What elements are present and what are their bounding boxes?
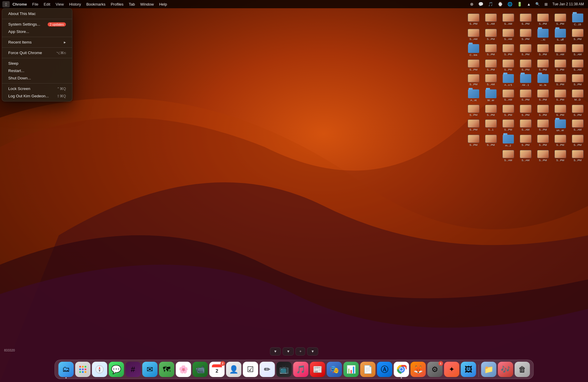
desktop-icon-24[interactable]: S...PM xyxy=(517,59,534,72)
desktop-icon-29[interactable]: S...PM xyxy=(552,73,568,87)
desktop-icon-58[interactable]: S...PM xyxy=(535,134,551,148)
shelf-left-btn[interactable]: ▼ xyxy=(272,349,278,354)
desktop-icon-0[interactable]: C...15 xyxy=(569,13,586,27)
dock-icon-maps[interactable]: 🗺 xyxy=(159,362,174,377)
menubar-app-name[interactable]: Chrome xyxy=(10,1,29,7)
desktop-icon-35[interactable]: M...D xyxy=(569,89,586,103)
desktop-icon-42[interactable]: S...PM xyxy=(569,104,586,117)
desktop-icon-14[interactable]: S...AM xyxy=(569,43,586,57)
desktop-icon-17[interactable]: S...PM xyxy=(517,43,534,57)
dock-icon-calendar[interactable]: 2 2 xyxy=(209,362,224,377)
dock-icon-facetime[interactable]: 📹 xyxy=(192,362,208,377)
desktop-icon-37[interactable]: S...PM xyxy=(535,89,551,103)
dock-icon-system-settings[interactable]: ⚙ 1 xyxy=(427,362,442,377)
desktop-icon-36[interactable]: S...PM xyxy=(552,89,568,103)
desktop-icon-54[interactable]: S...1 xyxy=(483,119,499,133)
menubar-datetime[interactable]: Tue Jan 2 11:38 AM xyxy=(551,1,586,7)
menubar-icon-cast[interactable]: ⊗ xyxy=(468,1,475,7)
menubar-icon-time[interactable]: ⌚ xyxy=(496,1,504,7)
desktop-icon-61[interactable]: S...PM xyxy=(483,134,499,148)
dock-icon-iphoto[interactable]: 🖼 xyxy=(461,362,476,377)
desktop-icon-27[interactable]: S...PM xyxy=(465,59,482,72)
menu-item-restart[interactable]: Restart... xyxy=(4,67,71,74)
dock-icon-music[interactable]: 🎵 xyxy=(293,362,308,377)
dock-icon-mail[interactable]: ✉ xyxy=(142,362,157,377)
dock-icon-photos[interactable]: 🌸 xyxy=(176,362,191,377)
dock-icon-splice[interactable]: ✦ xyxy=(444,362,459,377)
desktop-icon-55[interactable]: S...PM xyxy=(465,119,482,133)
desktop-icon-62[interactable]: S...PM xyxy=(465,134,482,148)
desktop-icon-22[interactable]: S...PM xyxy=(552,59,568,72)
desktop-icon-13[interactable]: S...AM xyxy=(465,28,482,42)
dock-icon-reminders[interactable]: ☑ xyxy=(243,362,258,377)
desktop-icon-11[interactable]: S...AM xyxy=(500,28,516,42)
menu-item-sleep[interactable]: Sleep xyxy=(4,60,71,67)
desktop-icon-47[interactable]: S...PM xyxy=(483,104,499,117)
dock-icon-firefox[interactable]: 🦊 xyxy=(410,362,426,377)
desktop-icon-49[interactable]: S...AM xyxy=(569,119,586,133)
desktop-icon-60[interactable]: m...2 xyxy=(500,134,516,148)
desktop-icon-48[interactable]: S...PM xyxy=(465,104,482,117)
menubar-icon-overcast[interactable]: 🎵 xyxy=(486,1,495,7)
desktop-icon-56[interactable]: S...PM xyxy=(569,134,586,148)
desktop-icon-25[interactable]: S...PM xyxy=(500,59,516,72)
menubar-tab[interactable]: Tab xyxy=(126,1,138,7)
shelf-add-btn[interactable]: + xyxy=(298,349,303,354)
dock-icon-messages[interactable]: 💬 xyxy=(109,362,124,377)
desktop-icon-28[interactable]: S...PM xyxy=(569,73,586,87)
desktop-icon-33[interactable]: S...AM xyxy=(483,73,499,87)
desktop-icon-19[interactable]: S...PM xyxy=(483,43,499,57)
desktop-icon-39[interactable]: S...AM xyxy=(500,89,516,103)
menu-item-lock-screen[interactable]: Lock Screen ⌃⌘Q xyxy=(4,85,71,92)
menubar-file[interactable]: File xyxy=(30,1,41,7)
desktop-icon-10[interactable]: S...PM xyxy=(517,28,534,42)
dock-icon-slack[interactable]: # xyxy=(125,362,141,377)
desktop-icon-45[interactable]: S...PM xyxy=(517,104,534,117)
desktop-icon-38[interactable]: S...PM xyxy=(517,89,534,103)
dock-icon-trash[interactable]: 🗑 xyxy=(514,362,530,377)
desktop-icon-41[interactable]: A...nt xyxy=(465,89,482,103)
menubar-search[interactable]: 🔍 xyxy=(534,1,542,7)
dock-icon-appstore[interactable]: Ⓐ xyxy=(377,362,392,377)
menu-item-force-quit[interactable]: Force Quit Chrome ⌥⌘⎋ xyxy=(4,49,71,56)
dock-icon-safari[interactable] xyxy=(92,362,107,377)
shelf-middle-btn[interactable]: ▼ xyxy=(285,349,291,354)
dock-icon-freeform[interactable]: ✏ xyxy=(259,362,275,377)
dock-icon-itunes[interactable]: 🎶 xyxy=(498,362,513,377)
desktop-icon-63[interactable]: S...PM xyxy=(569,149,586,163)
menu-item-shut-down[interactable]: Shut Down... xyxy=(4,74,71,82)
desktop-icon-59[interactable]: S...PM xyxy=(517,134,534,148)
menubar-icon-world[interactable]: 🌐 xyxy=(506,1,514,7)
desktop-icon-53[interactable]: S...PM xyxy=(500,119,516,133)
desktop-icon-3[interactable]: S...PM xyxy=(517,13,534,27)
desktop-icon-20[interactable]: C...tos xyxy=(465,43,482,57)
desktop-icon-67[interactable]: S...AM xyxy=(500,149,516,163)
desktop-icon-2[interactable]: S...PM xyxy=(535,13,551,27)
desktop-icon-12[interactable]: S...PM xyxy=(483,28,499,42)
desktop-icon-1[interactable]: S...PM xyxy=(552,13,568,27)
menu-item-recent-items[interactable]: Recent Items xyxy=(4,39,71,46)
apple-menu-button[interactable]:  xyxy=(2,1,10,7)
menu-item-about[interactable]: About This Mac xyxy=(4,10,71,17)
menubar-help[interactable]: Help xyxy=(156,1,170,7)
dock-icon-launchpad[interactable] xyxy=(75,362,90,377)
dock-icon-chrome[interactable] xyxy=(394,362,409,377)
menubar-edit[interactable]: Edit xyxy=(41,1,53,7)
desktop-icon-31[interactable]: 1...Air xyxy=(517,73,534,87)
dock-icon-keynote[interactable]: 🎭 xyxy=(327,362,342,377)
menu-item-log-out[interactable]: Log Out Kim Gedeon... ⇧⌘Q xyxy=(4,92,71,100)
desktop-icon-34[interactable]: S...PM xyxy=(465,73,482,87)
desktop-icon-26[interactable]: S...PM xyxy=(483,59,499,72)
dock-icon-contacts[interactable]: 👤 xyxy=(226,362,241,377)
dock-icon-files[interactable]: 📁 xyxy=(481,362,496,377)
menubar-view[interactable]: View xyxy=(53,1,66,7)
menu-item-system-settings[interactable]: System Settings... 2 updates xyxy=(4,21,71,28)
desktop-icon-23[interactable]: S...PM xyxy=(535,59,551,72)
menubar-bookmarks[interactable]: Bookmarks xyxy=(84,1,108,7)
menu-item-app-store[interactable]: App Store... xyxy=(4,28,71,35)
desktop-icon-21[interactable]: S...AM xyxy=(569,59,586,72)
menubar-controlcenter[interactable]: ⊞ xyxy=(543,1,549,7)
desktop-icon-6[interactable]: S...PM xyxy=(465,13,482,27)
menubar-profiles[interactable]: Profiles xyxy=(108,1,126,7)
dock-icon-news[interactable]: 📰 xyxy=(310,362,325,377)
